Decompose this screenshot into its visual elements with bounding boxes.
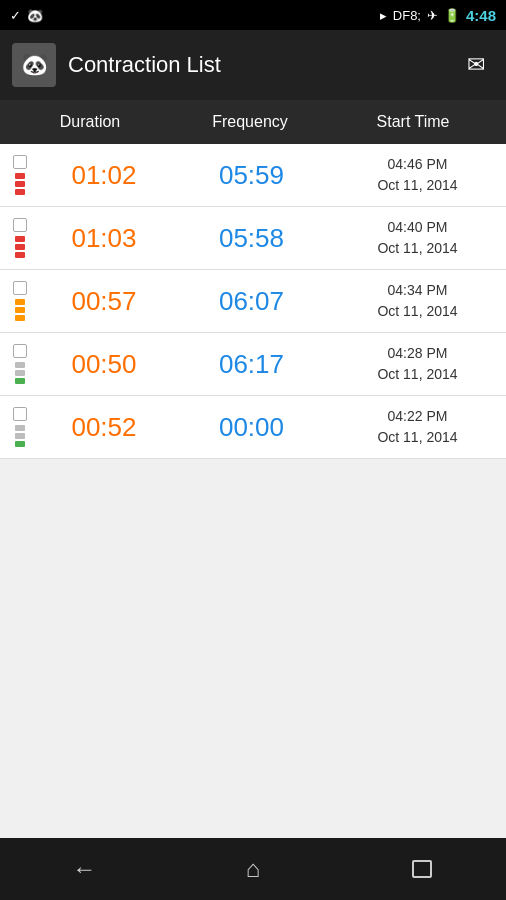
bar-segment (15, 252, 25, 258)
row-starttime: 04:28 PMOct 11, 2014 (329, 343, 506, 385)
home-icon: ⌂ (246, 855, 261, 883)
bar-segment (15, 425, 25, 431)
app-bar-title: Contraction List (68, 52, 446, 78)
airplane-icon: ✈ (427, 8, 438, 23)
row-indicator (6, 344, 34, 384)
table-row[interactable]: 00:5006:1704:28 PMOct 11, 2014 (0, 333, 506, 396)
bar-segment (15, 362, 25, 368)
indicator-bars (15, 299, 25, 321)
row-frequency: 05:58 (174, 223, 329, 254)
row-frequency: 06:07 (174, 286, 329, 317)
col-header-starttime: Start Time (330, 113, 496, 131)
bluetooth-icon: ▸ (380, 8, 387, 23)
row-starttime: 04:40 PMOct 11, 2014 (329, 217, 506, 259)
row-checkbox[interactable] (13, 344, 27, 358)
row-indicator (6, 155, 34, 195)
indicator-bars (15, 362, 25, 384)
row-starttime: 04:22 PMOct 11, 2014 (329, 406, 506, 448)
col-header-frequency: Frequency (170, 113, 330, 131)
status-bar: ✓ 🐼 ▸ DF8; ✈ 🔋 4:48 (0, 0, 506, 30)
bar-segment (15, 244, 25, 250)
row-frequency: 00:00 (174, 412, 329, 443)
row-checkbox[interactable] (13, 281, 27, 295)
home-button[interactable]: ⌂ (223, 849, 283, 889)
status-bar-right: ▸ DF8; ✈ 🔋 4:48 (380, 7, 496, 24)
bar-segment (15, 173, 25, 179)
bar-segment (15, 315, 25, 321)
col-header-duration: Duration (10, 113, 170, 131)
table-row[interactable]: 01:0205:5904:46 PMOct 11, 2014 (0, 144, 506, 207)
recent-icon (412, 860, 432, 878)
bar-segment (15, 378, 25, 384)
app-avatar: 🐼 (12, 43, 56, 87)
row-duration: 01:03 (34, 223, 174, 254)
table-row[interactable]: 00:5200:0004:22 PMOct 11, 2014 (0, 396, 506, 459)
avatar-emoji: 🐼 (21, 52, 48, 78)
wifi-icon: DF8; (393, 8, 421, 23)
row-duration: 00:52 (34, 412, 174, 443)
bar-segment (15, 307, 25, 313)
back-icon: ← (72, 855, 96, 883)
indicator-bars (15, 425, 25, 447)
back-button[interactable]: ← (54, 849, 114, 889)
table-row[interactable]: 00:5706:0704:34 PMOct 11, 2014 (0, 270, 506, 333)
bar-segment (15, 236, 25, 242)
battery-icon: 🔋 (444, 8, 460, 23)
bottom-nav: ← ⌂ (0, 838, 506, 900)
app-icon-2: 🐼 (27, 8, 43, 23)
bar-segment (15, 441, 25, 447)
row-starttime: 04:46 PMOct 11, 2014 (329, 154, 506, 196)
row-indicator (6, 218, 34, 258)
column-headers: Duration Frequency Start Time (0, 100, 506, 144)
app-icon-1: ✓ (10, 8, 21, 23)
status-bar-left: ✓ 🐼 (10, 8, 43, 23)
row-checkbox[interactable] (13, 218, 27, 232)
bar-segment (15, 181, 25, 187)
email-icon: ✉ (467, 52, 485, 78)
bar-segment (15, 370, 25, 376)
bar-segment (15, 299, 25, 305)
row-indicator (6, 407, 34, 447)
row-duration: 00:57 (34, 286, 174, 317)
bar-segment (15, 433, 25, 439)
email-button[interactable]: ✉ (458, 47, 494, 83)
row-duration: 00:50 (34, 349, 174, 380)
contraction-list: 01:0205:5904:46 PMOct 11, 201401:0305:58… (0, 144, 506, 459)
row-duration: 01:02 (34, 160, 174, 191)
row-indicator (6, 281, 34, 321)
recent-apps-button[interactable] (392, 849, 452, 889)
status-time: 4:48 (466, 7, 496, 24)
row-starttime: 04:34 PMOct 11, 2014 (329, 280, 506, 322)
row-checkbox[interactable] (13, 407, 27, 421)
row-checkbox[interactable] (13, 155, 27, 169)
indicator-bars (15, 173, 25, 195)
indicator-bars (15, 236, 25, 258)
row-frequency: 05:59 (174, 160, 329, 191)
row-frequency: 06:17 (174, 349, 329, 380)
bar-segment (15, 189, 25, 195)
app-bar: 🐼 Contraction List ✉ (0, 30, 506, 100)
table-row[interactable]: 01:0305:5804:40 PMOct 11, 2014 (0, 207, 506, 270)
